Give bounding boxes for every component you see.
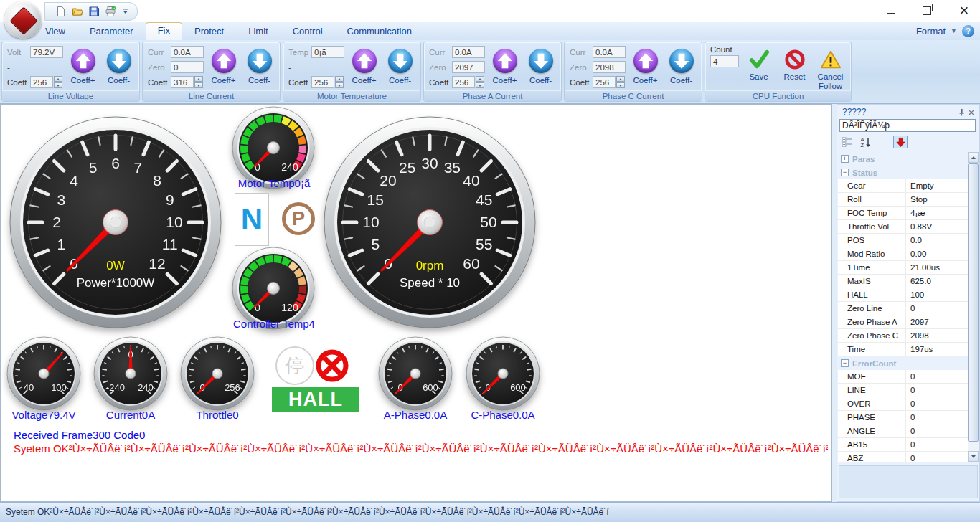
coeff-button[interactable]: Coeff-	[665, 48, 697, 85]
throttle-gauge: 0256	[180, 336, 255, 411]
svg-text:8: 8	[153, 172, 161, 189]
app-menu-button[interactable]	[4, 1, 42, 39]
coeff-button[interactable]: Coeff+	[207, 48, 240, 85]
collapse-icon[interactable]: −	[841, 169, 849, 176]
quick-access-toolbar	[44, 2, 138, 21]
restore-button[interactable]	[923, 6, 931, 15]
svg-text:35: 35	[444, 159, 461, 176]
cancel-follow-button[interactable]: Cancel Follow	[814, 48, 847, 90]
current-gauge: 0-240240	[93, 336, 168, 411]
grid-row-ab15: AB150	[838, 438, 969, 452]
categorized-view-icon[interactable]	[840, 136, 854, 148]
grid-row-mod-ratio: Mod Ratio0.00	[838, 247, 969, 261]
help-icon[interactable]: ?	[962, 25, 974, 37]
grid-row-zero-phase-c: Zero Phase C2098	[838, 329, 969, 343]
svg-text:50: 50	[480, 214, 496, 230]
close-button[interactable]: ×	[958, 5, 970, 16]
sort-az-icon[interactable]: AZ	[859, 136, 873, 148]
svg-text:10: 10	[362, 214, 379, 230]
format-menu[interactable]: Format	[916, 26, 946, 37]
coeff-button[interactable]: Coeff+	[629, 48, 661, 85]
zero-field[interactable]: 2097	[452, 61, 485, 73]
coeff-button[interactable]: Coeff-	[103, 48, 135, 85]
grid-row-line: LINE0	[838, 384, 969, 397]
grid-row-foc-temp: FOC Temp4¡æ	[838, 207, 969, 220]
save-button[interactable]: Save	[743, 48, 775, 82]
curr-field[interactable]: 0.0A	[171, 46, 204, 58]
coeff-button[interactable]: Coeff-	[524, 48, 557, 85]
minimize-button[interactable]	[887, 13, 895, 14]
svg-text:3: 3	[57, 191, 65, 208]
zero-field[interactable]: 2098	[593, 61, 626, 73]
temp-field[interactable]: 0¡ã	[311, 46, 344, 58]
svg-text:60: 60	[463, 255, 479, 272]
ribbon-group-cpu-function: Count4SaveResetCancel FollowCPU Function	[705, 42, 852, 102]
svg-text:Speed * 10: Speed * 10	[400, 276, 460, 290]
no-entry-icon	[784, 49, 806, 70]
coeff-spinner[interactable]	[54, 76, 62, 88]
customize-quick-access-icon[interactable]	[123, 5, 128, 18]
new-file-icon[interactable]	[55, 6, 67, 17]
coeff-spinner[interactable]	[335, 76, 344, 88]
curr-field[interactable]: 0.0A	[452, 46, 485, 58]
curr-field[interactable]: 0.0A	[593, 46, 626, 58]
volt-field[interactable]: 79.2V	[30, 46, 63, 58]
tab-protect[interactable]: Protect	[182, 23, 236, 40]
collapse-icon[interactable]: −	[841, 359, 849, 367]
svg-text:4: 4	[70, 172, 78, 189]
reset-button[interactable]: Reset	[778, 48, 811, 82]
throttle-label: Throttle0	[166, 409, 269, 421]
scroll-thumb[interactable]	[968, 163, 979, 442]
app-logo-icon	[9, 6, 38, 35]
coeff-field[interactable]: 256	[311, 76, 334, 88]
coeff-button[interactable]: Coeff+	[348, 48, 380, 85]
coeff-spinner[interactable]	[616, 76, 625, 88]
svg-text:25: 25	[399, 159, 415, 176]
section-status[interactable]: −Status	[838, 166, 969, 179]
parameter-file-input[interactable]	[839, 119, 976, 132]
tab-limit[interactable]: Limit	[236, 23, 280, 40]
arrow-up-icon	[212, 49, 236, 73]
expand-icon[interactable]: +	[841, 155, 849, 163]
tab-communication[interactable]: Communication	[335, 23, 424, 40]
grid-row-phase: PHASE0	[838, 411, 969, 424]
scroll-up-icon[interactable]	[968, 152, 979, 163]
coeff-spinner[interactable]	[194, 76, 203, 88]
panel-scrollbar[interactable]	[968, 152, 979, 462]
motor-temp-label: Motor Temp0¡ã	[223, 177, 325, 189]
section-errorcount[interactable]: −ErrorCount	[838, 356, 969, 370]
coeff-button[interactable]: Coeff+	[67, 48, 99, 85]
coeff-button[interactable]: Coeff+	[489, 48, 521, 85]
tab-control[interactable]: Control	[281, 23, 335, 40]
coeff-field[interactable]: 256	[30, 76, 53, 88]
coeff-field[interactable]: 256	[593, 76, 616, 88]
coeff-field[interactable]: 256	[452, 76, 475, 88]
section-paras[interactable]: +Paras	[838, 152, 969, 166]
scroll-down-icon[interactable]	[968, 451, 979, 462]
grid-row-gear: GearEmpty	[838, 179, 969, 193]
arrow-down-icon	[107, 49, 131, 73]
svg-text:12: 12	[149, 255, 165, 272]
save-icon[interactable]	[88, 6, 100, 17]
svg-text:600: 600	[423, 382, 438, 393]
zero-field[interactable]: 0	[171, 61, 204, 73]
count-field[interactable]: 4	[710, 55, 739, 67]
coeff-field[interactable]: 316	[171, 76, 194, 88]
coeff-button[interactable]: Coeff-	[384, 48, 416, 85]
dashboard-canvas: 0123456789101112 0W Power*1000W 05101520…	[0, 104, 832, 502]
panel-close-icon[interactable]: ×	[966, 107, 976, 117]
open-file-icon[interactable]	[72, 6, 83, 17]
coeff-spinner[interactable]	[476, 76, 484, 88]
panel-description-box	[839, 465, 978, 498]
print-icon[interactable]	[105, 6, 116, 17]
svg-text:10: 10	[166, 214, 182, 230]
coeff-button[interactable]: Coeff-	[243, 48, 275, 85]
format-dropdown-arrow-icon[interactable]: ▼	[951, 27, 957, 34]
tab-fix[interactable]: Fix	[146, 22, 182, 40]
svg-text:5: 5	[89, 159, 98, 176]
c-phase-label: C-Phase0.0A	[451, 409, 555, 421]
tab-parameter[interactable]: Parameter	[77, 23, 146, 40]
svg-text:20: 20	[380, 172, 396, 189]
pin-icon[interactable]	[956, 107, 966, 117]
download-params-icon[interactable]	[893, 136, 908, 148]
